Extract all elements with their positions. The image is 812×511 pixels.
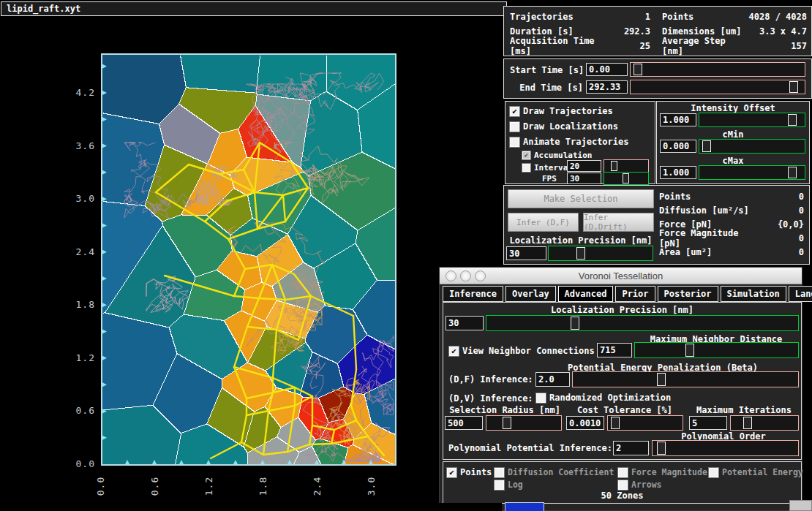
intensity-offset-input[interactable]: 1.000 [660,113,696,126]
partial-focused-button[interactable] [505,502,544,511]
selection-radius-input[interactable]: 500 [445,416,483,430]
accumulation-checkbox[interactable]: ✔ [522,151,531,160]
window-minimize-icon[interactable] [460,270,471,281]
y-tick-label: 4.2 [67,87,95,98]
tab-inference[interactable]: Inference [443,286,503,302]
selection-loc-precision-input[interactable]: 30 [506,246,546,260]
potential-energy-checkbox[interactable] [708,467,719,478]
tab-posterior[interactable]: Posterior [658,286,718,302]
fps-slider[interactable] [604,172,649,185]
cost-tolerance-input[interactable]: 0.0010 [566,416,604,430]
draw-trajectories-label: Draw Trajectories [523,106,613,116]
window-close-icon[interactable] [446,270,456,281]
diffusion-coefficient-checkbox[interactable] [494,467,505,478]
info-row: Points4028 / 4028 [662,11,807,23]
info-label: Dimensions [um] [662,26,743,37]
info-label: Area [um²] [659,247,754,257]
main-window-titlebar[interactable]: lipid_raft.xyt [1,1,507,16]
arrows-checkbox[interactable] [617,480,628,491]
selection-radius-title: Selection Radius [nm] [446,405,563,415]
end-time-slider[interactable] [630,80,805,94]
max-iterations-slider[interactable] [730,415,799,431]
interval-input[interactable]: 20 [567,160,601,172]
tab-landscape[interactable]: Landscape [789,286,812,302]
animate-trajectories-checkbox[interactable] [509,137,520,148]
diffusion-coefficient-label: Diffusion Coefficient [508,467,614,477]
info-value: 4028 / 4028 [743,12,807,22]
cmin-input[interactable]: 0.000 [660,140,696,153]
view-neighbor-connections-label: View Neighbor Connections [462,346,595,356]
start-time-input[interactable]: 0.00 [586,63,628,76]
intensity-offset-slider[interactable] [699,113,805,127]
dataset-info-panel: Trajectories1Duration [s]292.3Acquisitio… [503,6,812,56]
points-checkbox[interactable]: ✔ [446,467,457,478]
beta-slider[interactable] [572,371,799,387]
vor-loc-precision-slider[interactable] [486,315,799,331]
app-stage: lipid_raft.xyt 4.23.63.02.41.81.20.60.0 … [0,0,812,511]
end-time-input[interactable]: 292.33 [586,80,628,94]
polynomial-order-slider[interactable] [652,440,799,456]
voronoi-window-title: Voronoi Tessellation [579,270,663,281]
make-selection-button[interactable]: Make Selection [508,189,654,208]
max-iterations-input[interactable]: 5 [689,416,727,430]
view-neighbor-connections-checkbox[interactable]: ✔ [448,346,459,357]
info-row: Average Step [nm]157 [662,40,807,52]
info-label: Duration [s] [510,26,605,37]
infer-df-button[interactable]: Infer (D,F) [508,213,579,232]
background-notch [437,503,502,511]
display-options-box: ✔ Points Diffusion Coefficient Force Mag… [443,461,802,504]
x-tick-label: 2.4 [312,474,322,499]
end-time-label: End Time [s] [510,83,583,93]
interval-checkbox[interactable] [522,163,531,173]
df-inference-input[interactable]: 2.0 [535,372,570,387]
tab-simulation[interactable]: Simulation [721,286,786,302]
voronoi-plot-canvas[interactable] [102,55,395,464]
cmax-slider[interactable] [699,165,805,180]
info-value: 157 [743,41,807,51]
zones-count: 50 Zones [443,491,801,501]
info-row: Trajectories1 [510,11,650,23]
draw-trajectories-checkbox[interactable]: ✔ [509,106,520,117]
info-label: Acquisition Time [ms] [510,36,605,56]
cost-tolerance-slider[interactable] [607,415,683,431]
y-tick-label: 3.6 [67,140,95,151]
draw-localizations-label: Draw Localizations [523,121,618,132]
cmax-input[interactable]: 1.000 [660,166,696,179]
voronoi-tabs: InferenceOverlayAdvancedPriorPosteriorSi… [443,286,812,302]
voronoi-window-titlebar[interactable]: Voronoi Tessellation [440,268,802,284]
selection-loc-precision-slider[interactable] [548,246,653,261]
info-label: Trajectories [510,12,605,22]
tab-advanced[interactable]: Advanced [558,286,614,302]
tab-overlay[interactable]: Overlay [505,286,556,302]
y-tick-label: 2.4 [67,246,95,257]
dv-inference-label: (D,V) Inference: [448,393,533,404]
tab-prior[interactable]: Prior [615,286,655,302]
force-magnitude-checkbox[interactable] [617,467,628,478]
vor-loc-precision-input[interactable]: 30 [446,316,484,330]
infer-drift-button[interactable]: Infer (D,Drift) [583,213,654,232]
randomized-optimization-checkbox[interactable] [535,393,546,404]
polynomial-order-input[interactable]: 2 [613,441,649,455]
max-neighbor-distance-slider[interactable] [634,342,799,358]
selection-radius-slider[interactable] [486,415,562,431]
draw-options-panel: ✔ Draw Trajectories Draw Localizations A… [505,101,655,184]
x-tick-label: 3.0 [366,474,376,499]
advanced-tab-content: Localization Precision [nm] 30 Maximum N… [443,302,802,460]
x-tick-label: 1.8 [257,474,268,499]
vor-loc-precision-title: Localization Precision [nm] [443,305,801,315]
info-row: Points0 [659,191,804,202]
info-row: Acquisition Time [ms]25 [510,40,650,52]
y-tick-label: 1.8 [67,299,95,310]
window-zoom-icon[interactable] [475,270,486,281]
fps-input[interactable]: 30 [567,173,601,184]
y-tick-label: 0.6 [67,405,95,416]
max-neighbor-distance-input[interactable]: 715 [597,343,632,357]
cmin-slider[interactable] [699,139,805,154]
interval-slider[interactable] [604,159,649,173]
partial-resize-handle[interactable] [789,500,812,511]
info-value: 292.3 [605,26,650,37]
start-time-slider[interactable] [630,62,805,77]
cost-tolerance-title: Cost Tolerance [%] [566,405,683,415]
log-checkbox[interactable] [494,480,505,491]
draw-localizations-checkbox[interactable] [509,121,520,132]
